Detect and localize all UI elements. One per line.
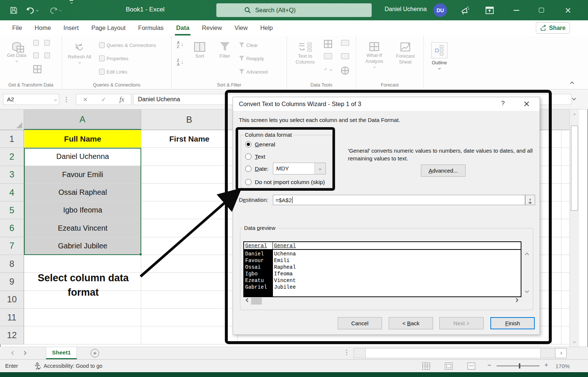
redo-button[interactable] [49, 0, 61, 20]
maximize-button[interactable] [530, 0, 553, 20]
dialog-help-button[interactable]: ? [499, 100, 507, 109]
redo-dropdown-icon[interactable] [59, 9, 62, 11]
sort-asc-button[interactable]: AZ↓ [177, 41, 183, 49]
recent-sources-icon[interactable] [44, 40, 50, 46]
minimize-button[interactable] [504, 0, 528, 20]
back-button[interactable]: < Back [389, 317, 433, 329]
sheet-tab-sheet1[interactable]: Sheet1 [46, 347, 77, 359]
get-data-button[interactable]: Get Data [5, 38, 28, 62]
preview-hscroll-thumb[interactable] [251, 298, 262, 305]
row-header[interactable]: 2 [0, 148, 24, 166]
zoom-slider-thumb[interactable] [519, 363, 520, 368]
page-break-view-icon[interactable] [467, 363, 475, 370]
what-if-analysis-button[interactable]: What-If Analysis [360, 38, 389, 68]
row-header[interactable]: 12 [0, 326, 24, 344]
user-name[interactable]: Daniel Uchenna [385, 6, 427, 13]
row-header[interactable]: 5 [0, 201, 24, 219]
refresh-all-button[interactable]: Refresh All [67, 38, 92, 63]
row-header[interactable]: 4 [0, 184, 24, 201]
properties-button[interactable]: Properties [99, 54, 128, 63]
search-box[interactable]: Search (Alt+Q) [216, 3, 372, 17]
cell-a1[interactable]: Full Name [24, 130, 141, 148]
preview-header-col2[interactable]: General [273, 242, 296, 249]
ribbon-display-options-button[interactable] [485, 6, 494, 15]
column-header-a[interactable]: A [24, 109, 141, 130]
close-button[interactable] [556, 0, 580, 20]
zoom-in-icon[interactable]: + [544, 361, 548, 369]
row-header[interactable]: 3 [0, 166, 24, 184]
radio-date[interactable] [245, 166, 251, 172]
save-button[interactable] [10, 0, 18, 20]
preview-body[interactable]: DanielFavourOssai IgboEzeatuGabriel Uche… [243, 250, 521, 297]
from-web-icon[interactable] [33, 52, 39, 58]
vertical-scrollbar[interactable] [570, 109, 579, 347]
tab-home[interactable]: Home [28, 20, 57, 35]
sort-button[interactable]: Sort [189, 38, 210, 59]
cell-b1[interactable]: First Name [141, 130, 237, 148]
data-model-icon[interactable] [341, 67, 349, 75]
collapse-ribbon-icon[interactable] [570, 81, 574, 85]
filter-button[interactable]: Filter [215, 38, 234, 59]
undo-dropdown-icon[interactable] [36, 9, 38, 11]
finish-button[interactable]: Finish [490, 317, 535, 329]
preview-column-1-selected[interactable]: DanielFavourOssai IgboEzeatuGabriel [244, 250, 273, 296]
tab-insert[interactable]: Insert [57, 20, 85, 35]
from-text-icon[interactable] [33, 40, 39, 46]
preview-header-row[interactable]: General General [243, 241, 521, 250]
tab-help[interactable]: Help [254, 20, 279, 35]
row-header[interactable]: 7 [0, 237, 24, 255]
data-preview-table[interactable]: General General DanielFavourOssai IgboEz… [243, 241, 521, 297]
dialog-title-bar[interactable]: Convert Text to Columns Wizard - Step 1 … [233, 97, 540, 111]
horizontal-scroll-thumb[interactable] [365, 348, 541, 358]
tab-view[interactable]: View [228, 20, 254, 35]
remove-duplicates-icon[interactable] [324, 53, 332, 59]
prev-sheet-icon[interactable] [11, 351, 15, 355]
range-picker-button[interactable]: ↑ [525, 195, 535, 205]
name-box-dropdown-icon[interactable] [54, 98, 57, 101]
tab-data[interactable]: Data [170, 20, 196, 35]
forecast-sheet-button[interactable]: Forecast Sheet [391, 38, 419, 65]
page-layout-view-icon[interactable] [445, 363, 453, 370]
scroll-down-button[interactable] [571, 337, 578, 346]
row-header[interactable]: 8 [0, 255, 24, 273]
hscroll-right-button[interactable] [555, 348, 567, 358]
preview-column-2[interactable]: UchennaEmiliRapheal IfeomaVincentJubilee [273, 250, 521, 296]
next-button[interactable]: Next > [439, 317, 484, 329]
queries-connections-button[interactable]: Queries & Connections [99, 41, 156, 50]
from-table-icon[interactable] [33, 65, 41, 73]
scroll-up-button[interactable] [571, 110, 578, 119]
avatar[interactable]: DU [433, 3, 447, 17]
select-all-corner[interactable] [0, 109, 24, 130]
row-header[interactable]: 1 [0, 130, 24, 148]
customize-qat-button[interactable] [70, 0, 73, 20]
flash-fill-icon[interactable] [324, 40, 332, 48]
relationships-icon[interactable] [341, 53, 349, 59]
preview-header-col1[interactable]: General [244, 242, 273, 249]
cancel-button[interactable]: Cancel [338, 317, 382, 329]
radio-general[interactable] [245, 141, 251, 147]
select-dropdown-button[interactable] [314, 163, 325, 174]
vertical-scroll-thumb[interactable] [571, 126, 578, 211]
outline-button[interactable]: Outline [428, 38, 451, 69]
enter-entry-icon[interactable]: ✓ [101, 96, 106, 103]
insert-function-icon[interactable]: fx [119, 96, 124, 103]
accessibility-status[interactable]: Accessibility: Good to go [44, 363, 102, 369]
radio-text[interactable] [245, 153, 251, 160]
cancel-entry-icon[interactable]: ✕ [83, 96, 88, 103]
next-sheet-icon[interactable] [22, 351, 26, 355]
advanced-filter-button[interactable]: Advanced [239, 67, 268, 76]
tab-formulas[interactable]: Formulas [132, 20, 170, 35]
new-sheet-button[interactable]: + [91, 349, 99, 357]
text-to-columns-button[interactable]: Text to Columns [291, 38, 320, 65]
edit-links-button[interactable]: Edit Links [99, 67, 127, 76]
radio-skip[interactable] [245, 179, 251, 185]
advanced-button[interactable]: Advanced... [421, 164, 466, 177]
sort-desc-button[interactable]: ZA↓ [177, 58, 183, 67]
clear-filter-button[interactable]: Clear [239, 41, 258, 50]
zoom-slider[interactable] [497, 366, 540, 366]
name-box[interactable]: A2 [3, 94, 59, 105]
formula-bar-splitter[interactable] [66, 97, 67, 102]
row-header[interactable]: 6 [0, 219, 24, 237]
from-sheet-icon[interactable] [44, 52, 50, 58]
expand-formula-bar-icon[interactable] [572, 96, 576, 100]
